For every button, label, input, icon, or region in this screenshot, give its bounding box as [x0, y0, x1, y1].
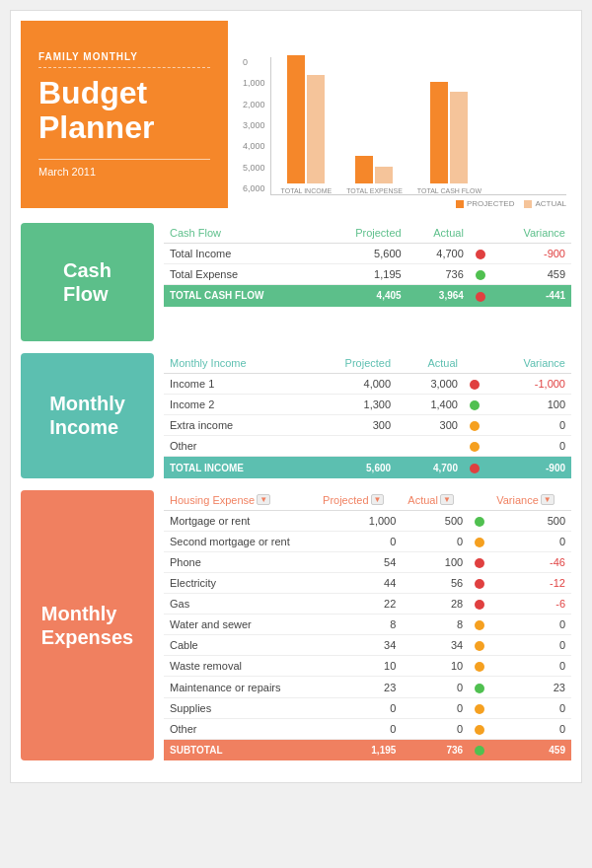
me-row6-name: Water and sewer [164, 615, 317, 635]
me-col-dot [469, 490, 490, 511]
mi-row1-dot [464, 374, 485, 395]
table-row: Water and sewer 8 8 0 [164, 615, 571, 635]
me-row5-actual: 28 [402, 594, 469, 615]
mi-col-dot [464, 353, 485, 374]
cash-flow-label-text: CashFlow [63, 258, 111, 306]
me-row10-name: Supplies [164, 697, 317, 718]
me-total-projected: 1,195 [317, 739, 402, 760]
me-col-name[interactable]: Housing Expense ▼ [164, 490, 317, 511]
mi-row3-name: Extra income [164, 415, 305, 436]
variance-select[interactable]: Variance ▼ [496, 494, 565, 506]
cf-col-dot [470, 223, 491, 244]
legend-projected-label: PROJECTED [467, 199, 514, 208]
me-row6-actual: 8 [402, 615, 469, 635]
actual-select[interactable]: Actual ▼ [407, 494, 463, 506]
bar-income-projected [287, 55, 305, 183]
me-row10-actual: 0 [402, 697, 469, 718]
monthly-income-table: Monthly Income Projected Actual Variance… [164, 353, 571, 478]
housing-expense-label: Housing Expense [170, 494, 255, 506]
status-dot-red [476, 292, 485, 302]
me-row3-name: Phone [164, 551, 317, 572]
status-dot-green [476, 270, 485, 280]
me-row4-dot [469, 573, 490, 594]
table-row: Total Income 5,600 4,700 -900 [164, 244, 571, 264]
cf-total-dot [470, 285, 491, 307]
me-row1-actual: 500 [402, 510, 469, 531]
mi-row2-name: Income 2 [164, 395, 305, 415]
me-row2-name: Second mortgage or rent [164, 531, 317, 551]
cf-total-variance: -441 [491, 285, 571, 307]
monthly-expenses-section: MonthlyExpenses Housing Expense ▼ [21, 490, 571, 760]
monthly-expenses-data-table: Housing Expense ▼ Projected ▼ [164, 490, 571, 760]
cf-col-projected: Projected [322, 223, 407, 244]
me-row8-actual: 10 [402, 656, 469, 677]
me-row4-projected: 44 [317, 573, 402, 594]
projected-select[interactable]: Projected ▼ [323, 494, 396, 506]
legend-actual-label: ACTUAL [535, 199, 566, 208]
chart-legend: PROJECTED ACTUAL [243, 199, 566, 208]
me-row1-name: Mortgage or rent [164, 510, 317, 531]
mi-row2-variance: 100 [485, 395, 571, 415]
status-dot-red [470, 380, 480, 390]
mi-col-actual: Actual [397, 353, 464, 374]
me-row7-dot [469, 635, 490, 656]
status-dot-red [475, 600, 484, 610]
housing-expense-select[interactable]: Housing Expense ▼ [170, 494, 311, 506]
status-dot-green [470, 400, 480, 410]
table-row: Total Expense 1,195 736 459 [164, 264, 571, 285]
mi-row4-projected [305, 436, 397, 457]
mi-row4-variance: 0 [485, 436, 571, 457]
mi-row3-dot [464, 415, 485, 436]
me-row8-name: Waste removal [164, 656, 317, 677]
chart-label-expense: TOTAL EXPENSE [346, 187, 403, 194]
mi-total-actual: 4,700 [397, 457, 464, 478]
table-row: Other 0 0 0 [164, 718, 571, 739]
header-chart: 6,000 5,000 4,000 3,000 2,000 1,000 0 TO… [238, 21, 571, 208]
me-row2-dot [469, 531, 490, 551]
mi-col-name: Monthly Income [164, 353, 305, 374]
me-row5-dot [469, 594, 490, 615]
legend-projected-dot [456, 200, 464, 208]
me-col-actual[interactable]: Actual ▼ [402, 490, 469, 511]
me-row1-dot [469, 510, 490, 531]
status-dot-red [470, 464, 480, 473]
status-dot-orange [475, 538, 484, 547]
cash-flow-section: CashFlow Cash Flow Projected Actual Vari… [21, 223, 571, 341]
me-row1-projected: 1,000 [317, 510, 402, 531]
table-row: Extra income 300 300 0 [164, 415, 571, 436]
cf-row2-dot [470, 264, 491, 285]
header-date: March 2011 [38, 159, 210, 178]
chart-y-axis: 6,000 5,000 4,000 3,000 2,000 1,000 0 [243, 57, 270, 195]
me-col-projected[interactable]: Projected ▼ [317, 490, 402, 511]
me-total-dot [469, 739, 490, 760]
me-row7-projected: 34 [317, 635, 402, 656]
housing-expense-arrow[interactable]: ▼ [257, 494, 270, 505]
me-row8-dot [469, 656, 490, 677]
projected-arrow[interactable]: ▼ [371, 494, 385, 505]
mi-row3-projected: 300 [305, 415, 397, 436]
chart-group-cashflow: TOTAL CASH FLOW [417, 82, 481, 194]
page: FAMILY MONTHLY BudgetPlanner March 2011 … [10, 10, 582, 783]
me-row5-projected: 22 [317, 594, 402, 615]
me-row7-actual: 34 [402, 635, 469, 656]
me-row11-variance: 0 [490, 718, 571, 739]
mi-row1-actual: 3,000 [397, 374, 464, 395]
status-dot-red [475, 579, 484, 589]
actual-arrow[interactable]: ▼ [440, 494, 454, 505]
bar-cashflow-projected [430, 82, 448, 183]
variance-arrow[interactable]: ▼ [541, 494, 555, 505]
me-row2-actual: 0 [402, 531, 469, 551]
monthly-income-label: MonthlyIncome [21, 353, 154, 478]
table-row: Supplies 0 0 0 [164, 697, 571, 718]
actual-label: Actual [407, 494, 438, 506]
me-col-variance[interactable]: Variance ▼ [490, 490, 571, 511]
table-row: Second mortgage or rent 0 0 0 [164, 531, 571, 551]
header-title: BudgetPlanner [38, 76, 210, 145]
table-row: Waste removal 10 10 0 [164, 656, 571, 677]
me-row6-dot [469, 615, 490, 635]
table-row: Electricity 44 56 -12 [164, 573, 571, 594]
me-total-variance: 459 [490, 739, 571, 760]
me-row11-dot [469, 718, 490, 739]
bar-cashflow-actual [450, 92, 468, 183]
chart-bars-cashflow [430, 82, 468, 183]
